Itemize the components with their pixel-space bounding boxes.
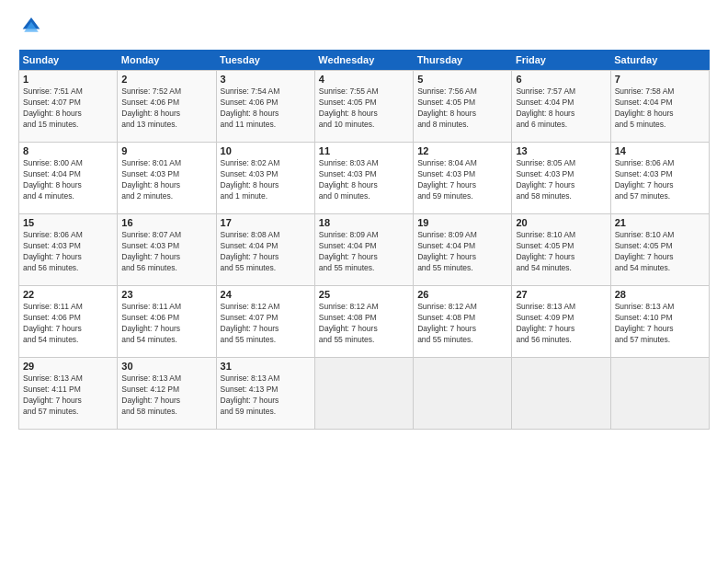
day-info: Sunrise: 8:11 AMSunset: 4:06 PMDaylight:… <box>121 302 211 346</box>
day-info: Sunrise: 8:04 AMSunset: 4:03 PMDaylight:… <box>417 158 507 202</box>
day-number: 4 <box>319 74 409 85</box>
day-cell-4: 4Sunrise: 7:55 AMSunset: 4:05 PMDaylight… <box>314 71 413 143</box>
day-cell-24: 24Sunrise: 8:12 AMSunset: 4:07 PMDayligh… <box>216 286 314 358</box>
day-cell-16: 16Sunrise: 8:07 AMSunset: 4:03 PMDayligh… <box>118 214 216 286</box>
day-number: 23 <box>121 289 211 300</box>
day-number: 17 <box>221 217 311 228</box>
day-cell-6: 6Sunrise: 7:57 AMSunset: 4:04 PMDaylight… <box>512 71 610 143</box>
day-cell-18: 18Sunrise: 8:09 AMSunset: 4:04 PMDayligh… <box>314 214 413 286</box>
logo <box>18 15 48 40</box>
day-number: 28 <box>615 289 705 300</box>
day-cell-15: 15Sunrise: 8:06 AMSunset: 4:03 PMDayligh… <box>19 214 118 286</box>
day-cell-10: 10Sunrise: 8:02 AMSunset: 4:03 PMDayligh… <box>216 143 314 214</box>
empty-cell <box>512 358 610 430</box>
day-info: Sunrise: 8:09 AMSunset: 4:04 PMDaylight:… <box>319 230 409 274</box>
day-number: 10 <box>221 145 311 156</box>
day-info: Sunrise: 7:58 AMSunset: 4:04 PMDaylight:… <box>615 86 705 131</box>
week-row-4: 22Sunrise: 8:11 AMSunset: 4:06 PMDayligh… <box>19 286 710 358</box>
day-info: Sunrise: 8:13 AMSunset: 4:11 PMDaylight:… <box>23 373 113 418</box>
day-cell-7: 7Sunrise: 7:58 AMSunset: 4:04 PMDaylight… <box>610 71 709 143</box>
day-info: Sunrise: 7:54 AMSunset: 4:06 PMDaylight:… <box>221 86 311 131</box>
day-header-saturday: Saturday <box>610 50 709 71</box>
day-info: Sunrise: 8:00 AMSunset: 4:04 PMDaylight:… <box>23 158 113 202</box>
day-cell-26: 26Sunrise: 8:12 AMSunset: 4:08 PMDayligh… <box>414 286 512 358</box>
day-info: Sunrise: 8:06 AMSunset: 4:03 PMDaylight:… <box>23 230 113 274</box>
day-number: 27 <box>516 289 606 300</box>
day-cell-14: 14Sunrise: 8:06 AMSunset: 4:03 PMDayligh… <box>610 143 709 214</box>
day-header-monday: Monday <box>118 50 216 71</box>
day-info: Sunrise: 8:03 AMSunset: 4:03 PMDaylight:… <box>319 158 409 202</box>
day-number: 30 <box>121 361 211 372</box>
day-info: Sunrise: 8:07 AMSunset: 4:03 PMDaylight:… <box>121 230 211 274</box>
day-number: 31 <box>221 361 311 372</box>
day-header-wednesday: Wednesday <box>314 50 413 71</box>
day-info: Sunrise: 8:13 AMSunset: 4:09 PMDaylight:… <box>516 302 606 346</box>
day-cell-31: 31Sunrise: 8:13 AMSunset: 4:13 PMDayligh… <box>216 358 314 430</box>
day-number: 8 <box>23 145 113 156</box>
day-cell-29: 29Sunrise: 8:13 AMSunset: 4:11 PMDayligh… <box>19 358 118 430</box>
day-cell-8: 8Sunrise: 8:00 AMSunset: 4:04 PMDaylight… <box>19 143 118 214</box>
empty-cell <box>314 358 413 430</box>
day-cell-30: 30Sunrise: 8:13 AMSunset: 4:12 PMDayligh… <box>118 358 216 430</box>
day-info: Sunrise: 8:02 AMSunset: 4:03 PMDaylight:… <box>221 158 311 202</box>
day-info: Sunrise: 8:13 AMSunset: 4:10 PMDaylight:… <box>615 302 705 346</box>
day-cell-27: 27Sunrise: 8:13 AMSunset: 4:09 PMDayligh… <box>512 286 610 358</box>
week-row-3: 15Sunrise: 8:06 AMSunset: 4:03 PMDayligh… <box>19 214 710 286</box>
day-number: 22 <box>23 289 113 300</box>
day-info: Sunrise: 7:57 AMSunset: 4:04 PMDaylight:… <box>516 86 606 131</box>
day-cell-21: 21Sunrise: 8:10 AMSunset: 4:05 PMDayligh… <box>610 214 709 286</box>
day-cell-3: 3Sunrise: 7:54 AMSunset: 4:06 PMDaylight… <box>216 71 314 143</box>
day-cell-12: 12Sunrise: 8:04 AMSunset: 4:03 PMDayligh… <box>414 143 512 214</box>
day-number: 29 <box>23 361 113 372</box>
week-row-2: 8Sunrise: 8:00 AMSunset: 4:04 PMDaylight… <box>19 143 710 214</box>
day-number: 18 <box>319 217 409 228</box>
day-info: Sunrise: 8:13 AMSunset: 4:12 PMDaylight:… <box>121 373 211 418</box>
logo-icon <box>18 15 44 40</box>
week-row-1: 1Sunrise: 7:51 AMSunset: 4:07 PMDaylight… <box>19 71 710 143</box>
day-cell-22: 22Sunrise: 8:11 AMSunset: 4:06 PMDayligh… <box>19 286 118 358</box>
day-info: Sunrise: 8:10 AMSunset: 4:05 PMDaylight:… <box>516 230 606 274</box>
day-info: Sunrise: 8:06 AMSunset: 4:03 PMDaylight:… <box>615 158 705 202</box>
day-cell-2: 2Sunrise: 7:52 AMSunset: 4:06 PMDaylight… <box>118 71 216 143</box>
day-info: Sunrise: 8:11 AMSunset: 4:06 PMDaylight:… <box>23 302 113 346</box>
day-number: 20 <box>516 217 606 228</box>
empty-cell <box>414 358 512 430</box>
calendar-table: SundayMondayTuesdayWednesdayThursdayFrid… <box>18 50 710 430</box>
day-number: 13 <box>516 145 606 156</box>
page: SundayMondayTuesdayWednesdayThursdayFrid… <box>0 0 728 563</box>
day-number: 14 <box>615 145 705 156</box>
day-info: Sunrise: 8:09 AMSunset: 4:04 PMDaylight:… <box>417 230 507 274</box>
day-number: 26 <box>417 289 507 300</box>
day-number: 15 <box>23 217 113 228</box>
day-cell-13: 13Sunrise: 8:05 AMSunset: 4:03 PMDayligh… <box>512 143 610 214</box>
day-number: 6 <box>516 74 606 85</box>
day-header-row: SundayMondayTuesdayWednesdayThursdayFrid… <box>19 50 710 71</box>
day-cell-1: 1Sunrise: 7:51 AMSunset: 4:07 PMDaylight… <box>19 71 118 143</box>
day-cell-9: 9Sunrise: 8:01 AMSunset: 4:03 PMDaylight… <box>118 143 216 214</box>
day-number: 1 <box>23 74 113 85</box>
day-info: Sunrise: 8:01 AMSunset: 4:03 PMDaylight:… <box>121 158 211 202</box>
day-number: 21 <box>615 217 705 228</box>
day-header-thursday: Thursday <box>414 50 512 71</box>
day-cell-17: 17Sunrise: 8:08 AMSunset: 4:04 PMDayligh… <box>216 214 314 286</box>
day-info: Sunrise: 8:12 AMSunset: 4:07 PMDaylight:… <box>221 302 311 346</box>
day-cell-25: 25Sunrise: 8:12 AMSunset: 4:08 PMDayligh… <box>314 286 413 358</box>
day-cell-11: 11Sunrise: 8:03 AMSunset: 4:03 PMDayligh… <box>314 143 413 214</box>
week-row-5: 29Sunrise: 8:13 AMSunset: 4:11 PMDayligh… <box>19 358 710 430</box>
day-number: 5 <box>417 74 507 85</box>
day-info: Sunrise: 8:10 AMSunset: 4:05 PMDaylight:… <box>615 230 705 274</box>
day-cell-20: 20Sunrise: 8:10 AMSunset: 4:05 PMDayligh… <box>512 214 610 286</box>
day-info: Sunrise: 7:51 AMSunset: 4:07 PMDaylight:… <box>23 86 113 131</box>
day-info: Sunrise: 7:52 AMSunset: 4:06 PMDaylight:… <box>121 86 211 131</box>
day-cell-19: 19Sunrise: 8:09 AMSunset: 4:04 PMDayligh… <box>414 214 512 286</box>
header <box>18 15 710 40</box>
day-cell-23: 23Sunrise: 8:11 AMSunset: 4:06 PMDayligh… <box>118 286 216 358</box>
day-header-friday: Friday <box>512 50 610 71</box>
day-header-sunday: Sunday <box>19 50 118 71</box>
day-number: 19 <box>417 217 507 228</box>
day-number: 2 <box>121 74 211 85</box>
empty-cell <box>610 358 709 430</box>
day-number: 3 <box>221 74 311 85</box>
day-info: Sunrise: 8:12 AMSunset: 4:08 PMDaylight:… <box>417 302 507 346</box>
day-cell-5: 5Sunrise: 7:56 AMSunset: 4:05 PMDaylight… <box>414 71 512 143</box>
